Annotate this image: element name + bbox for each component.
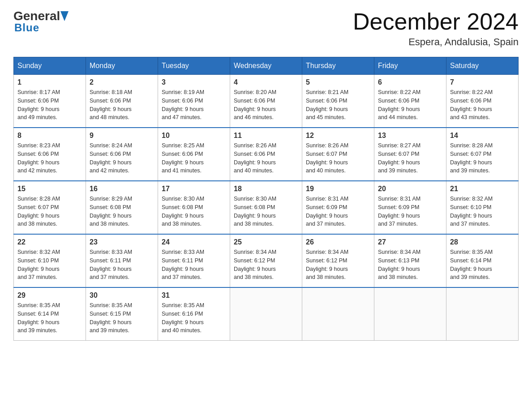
calendar-cell: 18 Sunrise: 8:30 AMSunset: 6:08 PMDaylig… — [230, 181, 302, 234]
day-number: 31 — [162, 291, 226, 300]
day-number: 18 — [234, 185, 298, 193]
day-number: 10 — [162, 132, 226, 140]
day-number: 30 — [90, 291, 154, 300]
day-number: 19 — [306, 185, 370, 193]
calendar-cell: 3 Sunrise: 8:19 AMSunset: 6:06 PMDayligh… — [158, 75, 230, 128]
calendar-cell: 12 Sunrise: 8:26 AMSunset: 6:07 PMDaylig… — [302, 128, 374, 181]
day-info: Sunrise: 8:30 AMSunset: 6:08 PMDaylight:… — [234, 195, 298, 228]
day-info: Sunrise: 8:33 AMSunset: 6:11 PMDaylight:… — [90, 248, 154, 282]
day-number: 25 — [234, 238, 298, 246]
location-text: Espera, Andalusia, Spain — [353, 36, 519, 48]
calendar-cell: 24 Sunrise: 8:33 AMSunset: 6:11 PMDaylig… — [158, 234, 230, 287]
day-info: Sunrise: 8:32 AMSunset: 6:10 PMDaylight:… — [17, 248, 82, 282]
day-info: Sunrise: 8:23 AMSunset: 6:06 PMDaylight:… — [17, 141, 82, 175]
title-block: December 2024 Espera, Andalusia, Spain — [353, 9, 519, 48]
calendar-cell: 21 Sunrise: 8:32 AMSunset: 6:10 PMDaylig… — [446, 181, 519, 234]
calendar-cell — [230, 287, 302, 341]
calendar-cell: 16 Sunrise: 8:29 AMSunset: 6:08 PMDaylig… — [86, 181, 158, 234]
day-number: 12 — [306, 132, 370, 140]
day-info: Sunrise: 8:27 AMSunset: 6:07 PMDaylight:… — [378, 141, 442, 175]
logo-arrow-icon — [60, 11, 69, 21]
day-info: Sunrise: 8:22 AMSunset: 6:06 PMDaylight:… — [450, 88, 515, 122]
day-info: Sunrise: 8:21 AMSunset: 6:06 PMDaylight:… — [306, 88, 370, 122]
calendar-header-saturday: Saturday — [446, 57, 519, 75]
day-number: 9 — [90, 132, 154, 140]
day-info: Sunrise: 8:34 AMSunset: 6:13 PMDaylight:… — [378, 248, 442, 282]
day-info: Sunrise: 8:35 AMSunset: 6:14 PMDaylight:… — [450, 248, 515, 282]
day-info: Sunrise: 8:22 AMSunset: 6:06 PMDaylight:… — [378, 88, 442, 122]
calendar-cell — [446, 287, 519, 341]
day-info: Sunrise: 8:35 AMSunset: 6:16 PMDaylight:… — [162, 301, 226, 335]
calendar-cell: 25 Sunrise: 8:34 AMSunset: 6:12 PMDaylig… — [230, 234, 302, 287]
day-number: 7 — [450, 78, 515, 86]
calendar-cell: 27 Sunrise: 8:34 AMSunset: 6:13 PMDaylig… — [374, 234, 446, 287]
day-info: Sunrise: 8:34 AMSunset: 6:12 PMDaylight:… — [234, 248, 298, 282]
calendar-header-friday: Friday — [374, 57, 446, 75]
calendar-cell — [302, 287, 374, 341]
calendar-week-row: 1 Sunrise: 8:17 AMSunset: 6:06 PMDayligh… — [14, 75, 519, 128]
day-number: 17 — [162, 185, 226, 193]
day-number: 11 — [234, 132, 298, 140]
day-info: Sunrise: 8:29 AMSunset: 6:08 PMDaylight:… — [90, 195, 154, 228]
calendar-week-row: 29 Sunrise: 8:35 AMSunset: 6:14 PMDaylig… — [14, 287, 519, 341]
day-number: 15 — [17, 185, 82, 193]
calendar-cell: 14 Sunrise: 8:28 AMSunset: 6:07 PMDaylig… — [446, 128, 519, 181]
calendar-cell: 15 Sunrise: 8:28 AMSunset: 6:07 PMDaylig… — [14, 181, 86, 234]
day-info: Sunrise: 8:35 AMSunset: 6:14 PMDaylight:… — [17, 301, 82, 335]
day-number: 21 — [450, 185, 515, 193]
day-number: 14 — [450, 132, 515, 140]
day-info: Sunrise: 8:30 AMSunset: 6:08 PMDaylight:… — [162, 195, 226, 228]
calendar-cell: 7 Sunrise: 8:22 AMSunset: 6:06 PMDayligh… — [446, 75, 519, 128]
calendar-header-monday: Monday — [86, 57, 158, 75]
calendar-week-row: 15 Sunrise: 8:28 AMSunset: 6:07 PMDaylig… — [14, 181, 519, 234]
day-info: Sunrise: 8:26 AMSunset: 6:07 PMDaylight:… — [306, 141, 370, 175]
calendar-cell: 11 Sunrise: 8:26 AMSunset: 6:06 PMDaylig… — [230, 128, 302, 181]
calendar-cell: 22 Sunrise: 8:32 AMSunset: 6:10 PMDaylig… — [14, 234, 86, 287]
calendar-cell: 13 Sunrise: 8:27 AMSunset: 6:07 PMDaylig… — [374, 128, 446, 181]
day-number: 5 — [306, 78, 370, 86]
day-info: Sunrise: 8:19 AMSunset: 6:06 PMDaylight:… — [162, 88, 226, 122]
day-info: Sunrise: 8:31 AMSunset: 6:09 PMDaylight:… — [306, 195, 370, 228]
day-info: Sunrise: 8:17 AMSunset: 6:06 PMDaylight:… — [17, 88, 82, 122]
day-number: 1 — [17, 78, 82, 86]
calendar-cell: 19 Sunrise: 8:31 AMSunset: 6:09 PMDaylig… — [302, 181, 374, 234]
calendar-cell: 9 Sunrise: 8:24 AMSunset: 6:06 PMDayligh… — [86, 128, 158, 181]
calendar-cell: 4 Sunrise: 8:20 AMSunset: 6:06 PMDayligh… — [230, 75, 302, 128]
calendar-week-row: 8 Sunrise: 8:23 AMSunset: 6:06 PMDayligh… — [14, 128, 519, 181]
calendar-header-wednesday: Wednesday — [230, 57, 302, 75]
calendar-cell: 10 Sunrise: 8:25 AMSunset: 6:06 PMDaylig… — [158, 128, 230, 181]
calendar-cell: 17 Sunrise: 8:30 AMSunset: 6:08 PMDaylig… — [158, 181, 230, 234]
day-info: Sunrise: 8:31 AMSunset: 6:09 PMDaylight:… — [378, 195, 442, 228]
day-info: Sunrise: 8:18 AMSunset: 6:06 PMDaylight:… — [90, 88, 154, 122]
calendar-header-tuesday: Tuesday — [158, 57, 230, 75]
svg-marker-0 — [60, 11, 69, 21]
day-info: Sunrise: 8:24 AMSunset: 6:06 PMDaylight:… — [90, 141, 154, 175]
logo-blue-text: Blue — [14, 21, 39, 34]
day-info: Sunrise: 8:20 AMSunset: 6:06 PMDaylight:… — [234, 88, 298, 122]
day-number: 8 — [17, 132, 82, 140]
calendar-cell: 23 Sunrise: 8:33 AMSunset: 6:11 PMDaylig… — [86, 234, 158, 287]
day-info: Sunrise: 8:28 AMSunset: 6:07 PMDaylight:… — [450, 141, 515, 175]
calendar-cell: 8 Sunrise: 8:23 AMSunset: 6:06 PMDayligh… — [14, 128, 86, 181]
calendar-header-thursday: Thursday — [302, 57, 374, 75]
day-info: Sunrise: 8:34 AMSunset: 6:12 PMDaylight:… — [306, 248, 370, 282]
calendar-cell: 6 Sunrise: 8:22 AMSunset: 6:06 PMDayligh… — [374, 75, 446, 128]
calendar-header-row: SundayMondayTuesdayWednesdayThursdayFrid… — [14, 57, 519, 75]
calendar-cell: 26 Sunrise: 8:34 AMSunset: 6:12 PMDaylig… — [302, 234, 374, 287]
day-number: 23 — [90, 238, 154, 246]
day-number: 4 — [234, 78, 298, 86]
calendar-table: SundayMondayTuesdayWednesdayThursdayFrid… — [13, 57, 519, 341]
day-number: 24 — [162, 238, 226, 246]
calendar-week-row: 22 Sunrise: 8:32 AMSunset: 6:10 PMDaylig… — [14, 234, 519, 287]
day-number: 22 — [17, 238, 82, 246]
day-number: 2 — [90, 78, 154, 86]
day-number: 3 — [162, 78, 226, 86]
day-number: 27 — [378, 238, 442, 246]
day-info: Sunrise: 8:33 AMSunset: 6:11 PMDaylight:… — [162, 248, 226, 282]
logo: General Blue — [13, 9, 69, 34]
calendar-cell: 30 Sunrise: 8:35 AMSunset: 6:15 PMDaylig… — [86, 287, 158, 341]
day-number: 28 — [450, 238, 515, 246]
calendar-cell: 28 Sunrise: 8:35 AMSunset: 6:14 PMDaylig… — [446, 234, 519, 287]
day-info: Sunrise: 8:35 AMSunset: 6:15 PMDaylight:… — [90, 301, 154, 335]
calendar-cell: 5 Sunrise: 8:21 AMSunset: 6:06 PMDayligh… — [302, 75, 374, 128]
